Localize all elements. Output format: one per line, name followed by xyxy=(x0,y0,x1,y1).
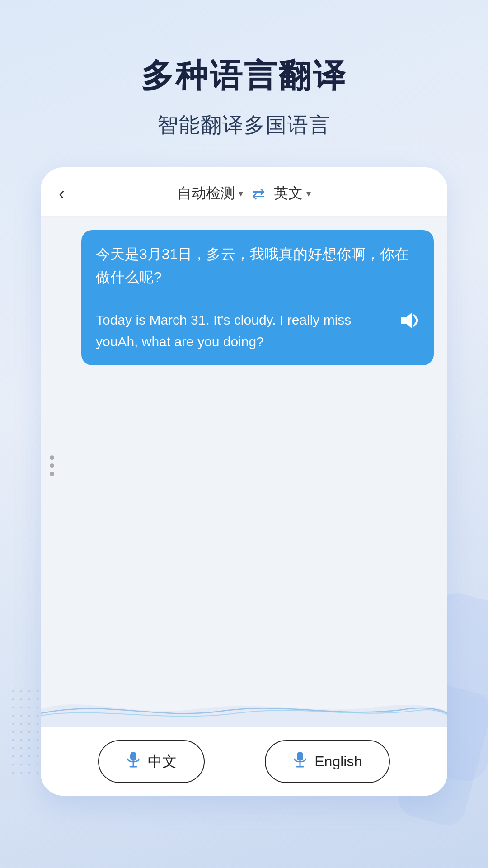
original-text: 今天是3月31日，多云，我哦真的好想你啊，你在做什么呢? xyxy=(81,230,434,299)
sub-title: 智能翻译多国语言 xyxy=(0,111,488,139)
chinese-button-label: 中文 xyxy=(148,752,177,772)
source-lang-arrow: ▾ xyxy=(239,188,243,199)
wave-decoration xyxy=(41,691,447,727)
svg-rect-4 xyxy=(297,752,303,761)
translated-section: Today is March 31. It's cloudy. I really… xyxy=(81,299,434,365)
source-lang-label: 自动检测 xyxy=(177,184,235,203)
target-lang-label: 英文 xyxy=(274,184,303,203)
dot-3 xyxy=(50,472,54,476)
translation-area: 今天是3月31日，多云，我哦真的好想你啊，你在做什么呢? Today is Ma… xyxy=(41,217,447,727)
english-button-label: English xyxy=(314,753,362,770)
message-bubble: 今天是3月31日，多云，我哦真的好想你啊，你在做什么呢? Today is Ma… xyxy=(81,230,434,365)
three-dots-menu[interactable] xyxy=(50,455,54,476)
english-button[interactable]: English xyxy=(265,740,390,783)
chinese-mic-icon xyxy=(126,751,141,772)
app-card: ‹ 自动检测 ▾ ⇄ 英文 ▾ 今天是3月31日，多云，我哦真的好想你啊，你在做… xyxy=(41,167,447,796)
back-button[interactable]: ‹ xyxy=(59,184,65,204)
language-selector: 自动检测 ▾ ⇄ 英文 ▾ xyxy=(177,184,311,203)
svg-rect-1 xyxy=(130,752,136,761)
dot-2 xyxy=(50,463,54,468)
swap-languages-button[interactable]: ⇄ xyxy=(252,184,265,203)
english-mic-icon xyxy=(293,751,307,772)
target-language-selector[interactable]: 英文 ▾ xyxy=(274,184,311,203)
bottom-bar: 中文 English xyxy=(41,727,447,796)
dot-1 xyxy=(50,455,54,460)
source-language-selector[interactable]: 自动检测 ▾ xyxy=(177,184,243,203)
chinese-button[interactable]: 中文 xyxy=(98,740,205,783)
main-title: 多种语言翻译 xyxy=(0,54,488,98)
translated-text: Today is March 31. It's cloudy. I really… xyxy=(96,309,392,353)
app-header: ‹ 自动检测 ▾ ⇄ 英文 ▾ xyxy=(41,167,447,217)
target-lang-arrow: ▾ xyxy=(306,188,311,199)
speaker-button[interactable] xyxy=(399,311,419,337)
svg-marker-0 xyxy=(401,312,412,329)
